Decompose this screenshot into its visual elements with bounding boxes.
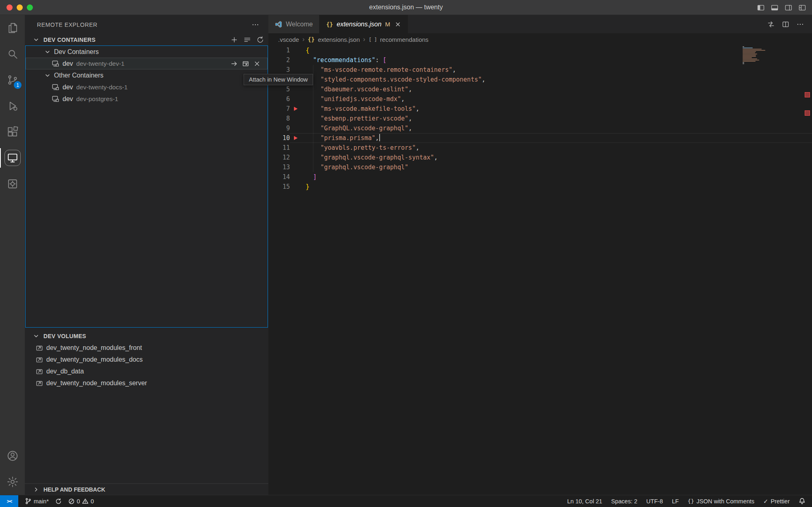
line-number[interactable]: 8 bbox=[268, 114, 290, 123]
split-editor-icon[interactable] bbox=[782, 20, 790, 28]
volume-name: dev_twenty_node_modules_docs bbox=[46, 356, 143, 363]
attach-container-icon[interactable] bbox=[230, 60, 238, 68]
line-number[interactable]: 5 bbox=[268, 84, 290, 94]
minimap[interactable] bbox=[743, 46, 775, 65]
code-line-12[interactable]: 12 "graphql.vscode-graphql-syntax", bbox=[268, 153, 812, 162]
customize-layout-icon[interactable] bbox=[798, 4, 806, 12]
sidebar-more-actions-icon[interactable] bbox=[251, 21, 259, 29]
volume-item[interactable]: dev_db_data bbox=[25, 365, 268, 377]
container-description: dev-twenty-docs-1 bbox=[76, 84, 128, 91]
line-number[interactable]: 2 bbox=[268, 55, 290, 65]
code-line-3[interactable]: 3 "ms-vscode-remote.remote-containers", bbox=[268, 65, 812, 75]
code-line-8[interactable]: 8 "esbenp.prettier-vscode", bbox=[268, 114, 812, 123]
open-changes-icon[interactable] bbox=[767, 20, 775, 28]
toggle-secondary-sidebar-icon[interactable] bbox=[784, 4, 793, 12]
tab-welcome[interactable]: Welcome bbox=[268, 15, 320, 33]
zoom-window-button[interactable] bbox=[27, 4, 33, 11]
indentation-status[interactable]: Spaces: 2 bbox=[611, 498, 637, 505]
line-number[interactable]: 14 bbox=[268, 172, 290, 182]
code-line-11[interactable]: 11 "yoavbls.pretty-ts-errors", bbox=[268, 143, 812, 153]
line-number[interactable]: 9 bbox=[268, 123, 290, 133]
toggle-primary-sidebar-icon[interactable] bbox=[757, 4, 765, 12]
attach-new-window-icon[interactable] bbox=[242, 60, 250, 68]
more-actions-icon[interactable] bbox=[796, 20, 804, 28]
close-window-button[interactable] bbox=[6, 4, 13, 11]
containers-icon[interactable] bbox=[0, 171, 25, 197]
code-line-6[interactable]: 6 "unifiedjs.vscode-mdx", bbox=[268, 94, 812, 104]
line-number[interactable]: 10 bbox=[268, 133, 290, 143]
scm-pending-badge: 1 bbox=[14, 81, 22, 89]
volume-item[interactable]: dev_twenty_node_modules_server bbox=[25, 377, 268, 389]
notifications-bell-icon[interactable] bbox=[799, 498, 806, 505]
stop-container-icon[interactable] bbox=[253, 60, 261, 68]
source-control-icon[interactable]: 1 bbox=[0, 67, 25, 93]
tab-extensions-json[interactable]: {} extensions.json M bbox=[320, 15, 408, 33]
code-line-9[interactable]: 9 "GraphQL.vscode-graphql", bbox=[268, 123, 812, 133]
gutter-spacer bbox=[290, 162, 306, 172]
line-number[interactable]: 6 bbox=[268, 94, 290, 104]
code-line-2[interactable]: 2 "recommendations": [ bbox=[268, 55, 812, 65]
minimap-line bbox=[743, 51, 756, 52]
line-number[interactable]: 7 bbox=[268, 104, 290, 114]
volume-item[interactable]: dev_twenty_node_modules_docs bbox=[25, 354, 268, 365]
git-branch-status[interactable]: main* bbox=[25, 498, 49, 505]
run-debug-icon[interactable] bbox=[0, 93, 25, 119]
language-mode-status[interactable]: {} JSON with Comments bbox=[688, 498, 754, 505]
tree-group-other-containers[interactable]: Other Containers bbox=[26, 69, 268, 81]
line-number[interactable]: 3 bbox=[268, 65, 290, 75]
code-line-14[interactable]: 14 ] bbox=[268, 172, 812, 182]
line-number[interactable]: 4 bbox=[268, 75, 290, 84]
encoding-status[interactable]: UTF-8 bbox=[646, 498, 663, 505]
editor-group: Welcome {} extensions.json M .vscode › {… bbox=[268, 15, 812, 495]
extensions-icon[interactable] bbox=[0, 119, 25, 145]
remote-explorer-icon[interactable] bbox=[0, 145, 25, 171]
refresh-icon[interactable] bbox=[256, 36, 264, 44]
tree-group-dev-containers[interactable]: Dev Containers bbox=[26, 46, 268, 58]
dev-containers-tree: Dev Containers dev dev-twenty-dev-1 Othe… bbox=[25, 45, 268, 328]
search-icon[interactable] bbox=[0, 41, 25, 67]
breadcrumb-file[interactable]: extensions.json bbox=[318, 36, 360, 43]
minimap-line bbox=[743, 52, 755, 53]
code-line-10[interactable]: 10 "prisma.prisma", bbox=[268, 133, 812, 143]
container-item-dev-twenty-docs-1[interactable]: dev dev-twenty-docs-1 bbox=[26, 81, 268, 93]
chevron-down-icon bbox=[33, 37, 39, 43]
section-header-dev-containers[interactable]: DEV CONTAINERS bbox=[25, 34, 268, 45]
filter-list-icon[interactable] bbox=[243, 36, 251, 44]
problems-status[interactable]: 0 0 bbox=[68, 498, 94, 505]
breadcrumb-folder[interactable]: .vscode bbox=[278, 36, 299, 43]
line-number[interactable]: 12 bbox=[268, 153, 290, 162]
code-line-5[interactable]: 5 "dbaeumer.vscode-eslint", bbox=[268, 84, 812, 94]
code-line-4[interactable]: 4 "styled-components.vscode-styled-compo… bbox=[268, 75, 812, 84]
code-line-13[interactable]: 13 "graphql.vscode-graphql" bbox=[268, 162, 812, 172]
close-tab-icon[interactable] bbox=[395, 21, 401, 28]
status-bar: >< main* 0 0 Ln 10, Col 21 Spaces: 2 UTF… bbox=[0, 495, 812, 507]
breadcrumb-symbol[interactable]: recommendations bbox=[380, 36, 428, 43]
eol-status[interactable]: LF bbox=[672, 498, 679, 505]
warnings-icon bbox=[82, 498, 89, 505]
explorer-icon[interactable] bbox=[0, 15, 25, 41]
code-line-7[interactable]: 7 "ms-vscode.makefile-tools", bbox=[268, 104, 812, 114]
line-number[interactable]: 11 bbox=[268, 143, 290, 153]
volume-item[interactable]: dev_twenty_node_modules_front bbox=[25, 342, 268, 354]
minimize-window-button[interactable] bbox=[17, 4, 23, 11]
remote-indicator[interactable]: >< bbox=[0, 495, 18, 507]
section-header-dev-volumes[interactable]: DEV VOLUMES bbox=[25, 330, 268, 342]
line-number[interactable]: 15 bbox=[268, 182, 290, 192]
settings-gear-icon[interactable] bbox=[0, 469, 25, 495]
toggle-panel-icon[interactable] bbox=[771, 4, 779, 12]
add-container-icon[interactable] bbox=[230, 36, 238, 44]
cursor-position-status[interactable]: Ln 10, Col 21 bbox=[567, 498, 602, 505]
code-editor[interactable]: 1{2 "recommendations": [3 "ms-vscode-rem… bbox=[268, 45, 812, 495]
code-text: "graphql.vscode-graphql-syntax", bbox=[306, 153, 438, 162]
code-line-15[interactable]: 15} bbox=[268, 182, 812, 192]
formatter-status[interactable]: ✓ Prettier bbox=[763, 498, 790, 505]
sync-changes-button[interactable] bbox=[55, 498, 62, 505]
container-item-dev-twenty-dev-1[interactable]: dev dev-twenty-dev-1 bbox=[26, 58, 268, 69]
section-header-help-feedback[interactable]: HELP AND FEEDBACK bbox=[25, 483, 268, 495]
container-item-dev-postgres-1[interactable]: dev dev-postgres-1 bbox=[26, 93, 268, 105]
code-line-1[interactable]: 1{ bbox=[268, 45, 812, 55]
line-number[interactable]: 1 bbox=[268, 45, 290, 55]
line-number[interactable]: 13 bbox=[268, 162, 290, 172]
gutter-spacer bbox=[290, 143, 306, 153]
accounts-icon[interactable] bbox=[0, 443, 25, 469]
